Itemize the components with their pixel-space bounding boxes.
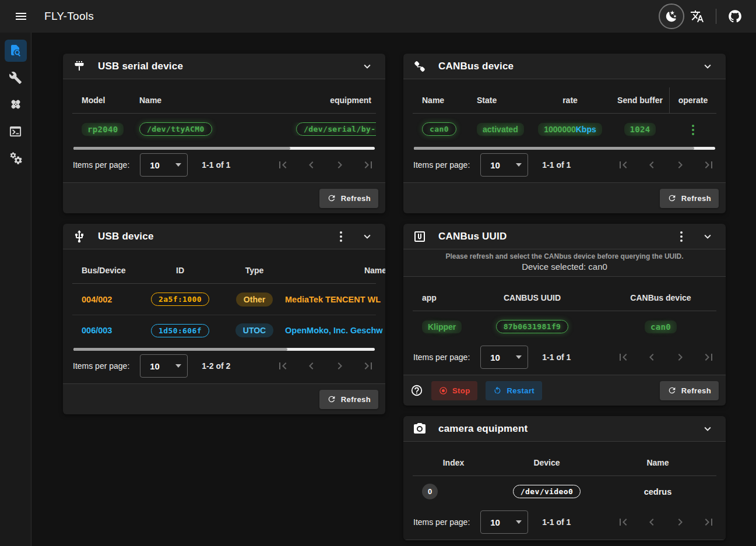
collapse-chevron-icon[interactable] bbox=[358, 58, 376, 75]
next-page-icon[interactable] bbox=[333, 158, 347, 172]
items-per-page-select[interactable]: 10 bbox=[480, 510, 528, 534]
serial-port-icon bbox=[72, 59, 86, 73]
restart-button[interactable]: Restart bbox=[486, 381, 542, 400]
items-per-page-label: Items per page: bbox=[413, 353, 470, 362]
sidebar-item-device-query[interactable] bbox=[5, 40, 27, 62]
first-page-icon[interactable] bbox=[276, 359, 290, 373]
send-buffer-value: 1024 bbox=[624, 123, 656, 136]
page-range: 1-1 of 1 bbox=[542, 353, 571, 362]
type-chip: Other bbox=[236, 293, 273, 307]
prev-page-icon[interactable] bbox=[645, 515, 659, 529]
prev-page-icon[interactable] bbox=[304, 359, 318, 373]
col-device: Device bbox=[494, 450, 599, 475]
next-page-icon[interactable] bbox=[333, 359, 347, 373]
card-menu-icon[interactable] bbox=[335, 227, 347, 246]
col-equipment: equipment bbox=[262, 87, 376, 113]
theme-toggle-button[interactable] bbox=[659, 3, 684, 29]
app-bar: FLY-Tools bbox=[0, 0, 756, 33]
stop-button[interactable]: Stop bbox=[431, 381, 477, 400]
translate-button[interactable] bbox=[684, 3, 710, 29]
usb-serial-table: Model Name equipment rp2040 /dev/ttyACM0… bbox=[63, 79, 385, 183]
last-page-icon[interactable] bbox=[361, 359, 375, 373]
sidebar-item-settings[interactable] bbox=[5, 147, 27, 169]
refresh-button[interactable]: Refresh bbox=[319, 189, 378, 208]
topbar-divider bbox=[716, 9, 716, 24]
model-value: rp2040 bbox=[82, 123, 124, 136]
collapse-chevron-icon[interactable] bbox=[358, 228, 376, 245]
next-page-icon[interactable] bbox=[673, 350, 687, 364]
table-row: Klipper 87b0631981f9 can0 bbox=[413, 311, 716, 342]
camera-card: camera equipment Index Device Name 0 /de… bbox=[403, 416, 726, 540]
collapse-chevron-icon[interactable] bbox=[699, 58, 716, 75]
last-page-icon[interactable] bbox=[702, 350, 716, 364]
items-per-page-label: Items per page: bbox=[73, 160, 129, 170]
state-value: activated bbox=[477, 123, 524, 136]
last-page-icon[interactable] bbox=[702, 158, 716, 172]
items-per-page-select[interactable]: 10 bbox=[140, 354, 188, 378]
items-per-page-label: Items per page: bbox=[413, 160, 470, 170]
prev-page-icon[interactable] bbox=[304, 158, 318, 172]
items-per-page-select[interactable]: 10 bbox=[480, 346, 528, 369]
card-actions: Refresh bbox=[403, 183, 726, 213]
card-actions: Refresh bbox=[63, 384, 385, 414]
alpha-u-box-icon bbox=[413, 230, 427, 244]
items-per-page-value: 10 bbox=[490, 353, 510, 362]
next-page-icon[interactable] bbox=[673, 515, 687, 529]
last-page-icon[interactable] bbox=[361, 158, 375, 172]
prev-page-icon[interactable] bbox=[645, 350, 659, 364]
col-name: Name bbox=[285, 258, 385, 283]
refresh-button[interactable]: Refresh bbox=[660, 381, 719, 400]
items-per-page-select[interactable]: 10 bbox=[480, 153, 528, 177]
uuid-notice: Please refresh and select the CANbus dev… bbox=[403, 249, 726, 277]
translate-icon bbox=[690, 9, 704, 23]
items-per-page-value: 10 bbox=[490, 517, 510, 527]
row-operate-menu-icon[interactable] bbox=[687, 120, 699, 140]
menu-down-icon bbox=[175, 163, 181, 167]
collapse-chevron-icon[interactable] bbox=[699, 228, 716, 245]
card-title: USB serial device bbox=[98, 61, 183, 72]
items-per-page-select[interactable]: 10 bbox=[140, 153, 188, 177]
usb-serial-card: USB serial device Model Name equipment r… bbox=[63, 54, 385, 213]
refresh-icon bbox=[327, 394, 336, 404]
col-id: ID bbox=[136, 258, 224, 283]
last-page-icon[interactable] bbox=[702, 515, 716, 529]
card-title: CANBus device bbox=[438, 61, 514, 72]
sidebar-item-console[interactable] bbox=[5, 120, 27, 142]
bus-value: 004/002 bbox=[72, 295, 136, 304]
sidebar bbox=[0, 33, 31, 546]
first-page-icon[interactable] bbox=[616, 515, 630, 529]
sidebar-item-patch[interactable] bbox=[5, 93, 27, 115]
refresh-icon bbox=[667, 386, 677, 395]
device-name-value: MediaTek TENCENT WL bbox=[285, 295, 385, 304]
app-title: FLY-Tools bbox=[44, 10, 94, 23]
github-button[interactable] bbox=[722, 3, 748, 29]
pagination: Items per page: 10 1-1 of 1 bbox=[403, 342, 726, 375]
canbus-device-card: CANBus device Name State rate Send buffe… bbox=[403, 54, 726, 213]
rate-value: 1000000 bbox=[544, 125, 576, 134]
uuid-chip: 87b0631981f9 bbox=[496, 320, 569, 333]
file-search-icon bbox=[9, 44, 23, 58]
sidebar-item-tools[interactable] bbox=[5, 66, 27, 89]
next-page-icon[interactable] bbox=[673, 158, 687, 172]
index-badge: 0 bbox=[422, 484, 438, 499]
prev-page-icon[interactable] bbox=[645, 158, 659, 172]
card-menu-icon[interactable] bbox=[676, 227, 687, 246]
collapse-chevron-icon[interactable] bbox=[699, 420, 716, 438]
pagination: Items per page: 10 1-1 of 1 bbox=[403, 507, 726, 540]
menu-icon[interactable] bbox=[8, 3, 34, 29]
help-icon[interactable] bbox=[410, 384, 423, 397]
bus-value: 006/003 bbox=[72, 326, 136, 335]
refresh-button[interactable]: Refresh bbox=[319, 390, 378, 409]
first-page-icon[interactable] bbox=[616, 158, 630, 172]
menu-down-icon bbox=[175, 364, 181, 368]
canbus-uuid-table: app CANBUS UUID CANBus device Klipper 87… bbox=[403, 277, 726, 375]
restart-icon bbox=[493, 386, 502, 395]
menu-down-icon bbox=[516, 163, 522, 167]
first-page-icon[interactable] bbox=[276, 158, 290, 172]
first-page-icon[interactable] bbox=[616, 350, 630, 364]
col-name: Name bbox=[599, 450, 716, 475]
pagination: Items per page: 10 1-1 of 1 bbox=[63, 150, 385, 183]
refresh-button[interactable]: Refresh bbox=[660, 189, 719, 208]
col-send-buffer: Send buffer bbox=[617, 91, 663, 110]
equipment-chip: /dev/serial/by-id/usb-Klipper_rp2040 bbox=[296, 122, 376, 136]
